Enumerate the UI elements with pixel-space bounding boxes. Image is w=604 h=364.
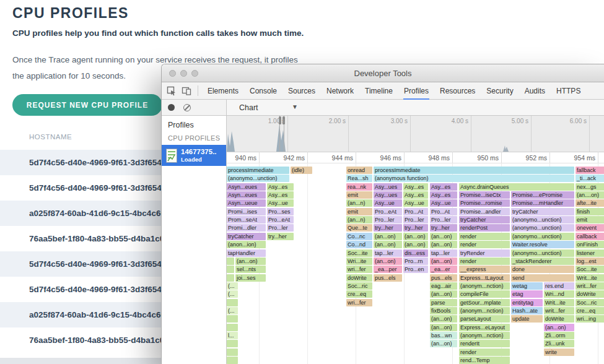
- flame-block[interactable]: Zli...unk: [544, 340, 574, 347]
- flame-block[interactable]: sel...nts: [235, 266, 266, 273]
- flame-block[interactable]: render: [459, 241, 510, 248]
- flame-block[interactable]: (idle): [291, 167, 312, 174]
- tab-resources[interactable]: Resources: [434, 82, 481, 100]
- flame-block[interactable]: processImmediate: [227, 167, 289, 174]
- flame-block[interactable]: (anonym...nction): [459, 307, 510, 314]
- flame-block[interactable]: pus...els: [430, 274, 457, 282]
- flame-block[interactable]: parseLayout: [459, 315, 510, 323]
- flame-block[interactable]: (anon...ion): [227, 241, 266, 248]
- flame-block[interactable]: rend...Temp: [459, 357, 510, 364]
- flame-block[interactable]: tryRender: [459, 249, 510, 257]
- inspect-element-icon[interactable]: [167, 86, 177, 96]
- tab-audits[interactable]: Audits: [519, 82, 551, 100]
- flame-block[interactable]: tryCatcher: [227, 233, 266, 240]
- flame-block[interactable]: doWrite: [544, 315, 574, 323]
- flame-block[interactable]: Hash...ate: [511, 307, 543, 314]
- flame-block[interactable]: (an...on): [430, 290, 457, 298]
- flame-block[interactable]: (an...n): [346, 199, 372, 207]
- flame-block[interactable]: parse: [430, 299, 457, 306]
- flame-block[interactable]: render: [459, 349, 510, 356]
- hostname-row[interactable]: 5d7f4c56-d40e-4969-9f61-3d3f6546f0: [0, 175, 162, 201]
- flame-block[interactable]: rea...nk: [346, 183, 372, 191]
- flame-block[interactable]: Asy...es: [403, 191, 428, 199]
- flame-block[interactable]: Pro...rn: [403, 258, 428, 265]
- flame-block[interactable]: Asyn...eues: [227, 191, 266, 199]
- flame-block[interactable]: Promise...romise: [459, 199, 510, 207]
- flame-block[interactable]: Asy...ues: [374, 183, 402, 191]
- flame-block[interactable]: Asy...ue: [430, 199, 457, 207]
- flame-block[interactable]: bas...wn: [430, 332, 457, 339]
- flame-block[interactable]: Soc...ric: [346, 282, 372, 290]
- hostname-row[interactable]: 76aa5bef-1f80-4a83-bb55-d4ba1c0e13: [0, 327, 162, 353]
- flame-block[interactable]: (an...on): [430, 324, 457, 331]
- flame-block[interactable]: renderPost: [459, 224, 510, 232]
- flame-block[interactable]: Pro...ler: [267, 224, 294, 232]
- flame-block[interactable]: Pro...ler: [374, 216, 402, 223]
- flame-block[interactable]: (anonym...nction): [459, 332, 510, 339]
- flame-block[interactable]: Asy...ues: [374, 191, 402, 199]
- flame-block[interactable]: Prom...seAt: [227, 216, 266, 223]
- flame-block[interactable]: (anonymous function): [374, 175, 574, 182]
- flame-block[interactable]: tryCatcher: [459, 216, 510, 223]
- flame-block[interactable]: try...her: [374, 224, 402, 232]
- flame-block[interactable]: (an...on): [544, 324, 574, 331]
- flame-block[interactable]: (...: [227, 290, 238, 298]
- flame-block[interactable]: cre...eq: [346, 290, 372, 298]
- flame-block[interactable]: Asy...ue: [374, 199, 402, 207]
- flame-block[interactable]: joi...ses: [235, 274, 266, 282]
- flame-block[interactable]: afte...ite: [576, 199, 604, 207]
- flame-block[interactable]: onread: [346, 167, 372, 174]
- flame-block[interactable]: render: [459, 258, 510, 265]
- flame-block[interactable]: Pro...At: [403, 208, 428, 215]
- flame-block[interactable]: try...her: [267, 233, 294, 240]
- flame-block[interactable]: Rea...sh: [346, 175, 372, 182]
- flame-block[interactable]: pus...els: [374, 274, 402, 282]
- flame-block[interactable]: wetag: [511, 282, 543, 290]
- flame-block[interactable]: nex...gs: [576, 183, 604, 191]
- flame-block[interactable]: update: [511, 315, 543, 323]
- hostname-row[interactable]: a025f874-60ab-41d6-9c15-4bc4c66b4: [0, 302, 162, 327]
- tab-sources[interactable]: Sources: [282, 82, 321, 100]
- flame-block[interactable]: writ...fer: [576, 282, 604, 290]
- flame-block[interactable]: (...: [227, 282, 238, 290]
- flame-block[interactable]: (anonymo...unction): [511, 233, 574, 240]
- flame-block[interactable]: getSour...mplate: [459, 299, 510, 306]
- flame-block[interactable]: Express...eLayout: [459, 324, 510, 331]
- flame-block[interactable]: Zli...orm: [544, 332, 574, 339]
- flame-block[interactable]: Async.drainQueues: [459, 183, 574, 191]
- flame-block[interactable]: Co...nd: [346, 241, 372, 248]
- flame-block[interactable]: emit: [346, 208, 372, 215]
- flame-block[interactable]: entitytag: [511, 299, 543, 306]
- flame-block[interactable]: [227, 357, 238, 364]
- flame-block[interactable]: Asy...ue: [403, 199, 428, 207]
- flame-block[interactable]: Soc...ite: [576, 266, 604, 273]
- flame-block[interactable]: renderIt: [459, 340, 510, 347]
- hostname-row[interactable]: 76aa5bef-1f80-4a83-bb55-d4ba1c0e13: [0, 226, 162, 251]
- flame-block[interactable]: Promi...dler: [227, 224, 266, 232]
- flame-block[interactable]: (anonymo...unction): [227, 175, 289, 182]
- tab-timeline[interactable]: Timeline: [359, 82, 398, 100]
- flame-block[interactable]: Pro...eAt: [374, 208, 402, 215]
- flame-block[interactable]: Asy...ue: [267, 199, 294, 207]
- flame-block[interactable]: (anonymo...unction): [511, 224, 574, 232]
- flame-block[interactable]: Asy...es: [403, 183, 428, 191]
- flame-block[interactable]: wri...fer: [346, 299, 372, 306]
- flame-block[interactable]: [227, 266, 234, 273]
- flame-block[interactable]: onevent: [576, 224, 604, 232]
- tab-network[interactable]: Network: [321, 82, 359, 100]
- flame-block[interactable]: __express: [459, 266, 510, 273]
- flame-block[interactable]: Pro...en: [403, 266, 428, 273]
- flame-block[interactable]: Asy...es: [267, 183, 294, 191]
- flame-block[interactable]: Asyn...eues: [227, 183, 266, 191]
- flame-block[interactable]: Promi...ises: [227, 208, 266, 215]
- flame-block[interactable]: [227, 349, 238, 356]
- hostname-row[interactable]: a025f874-60ab-41d6-9c15-4bc4c66b4: [0, 201, 162, 226]
- flame-block[interactable]: Asy...es: [430, 191, 457, 199]
- flame-block[interactable]: send: [511, 274, 574, 282]
- flame-block[interactable]: [227, 340, 238, 347]
- flame-block[interactable]: [227, 315, 238, 323]
- flame-block[interactable]: onFinish: [576, 241, 604, 248]
- flame-block[interactable]: l...: [227, 332, 238, 339]
- flame-block[interactable]: listener: [576, 249, 604, 257]
- flame-block[interactable]: [227, 299, 238, 306]
